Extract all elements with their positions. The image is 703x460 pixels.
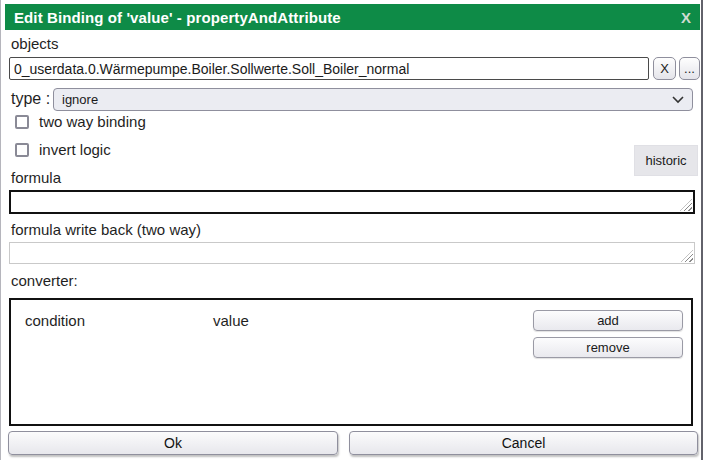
converter-column-condition: condition — [25, 312, 85, 329]
write-back-resize-handle[interactable] — [681, 250, 693, 262]
edit-binding-dialog: Edit Binding of 'value' - propertyAndAtt… — [0, 0, 703, 460]
formula-resize-handle[interactable] — [680, 199, 692, 211]
clear-object-button[interactable]: X — [653, 57, 676, 80]
type-label: type : — [11, 90, 50, 108]
two-way-binding-label: two way binding — [39, 113, 146, 130]
select-object-button[interactable]: ... — [679, 57, 700, 80]
type-selected-value: ignore — [62, 92, 98, 107]
invert-logic-checkbox[interactable] — [15, 143, 29, 157]
dialog-title: Edit Binding of 'value' - propertyAndAtt… — [14, 9, 341, 26]
add-converter-button[interactable]: add — [533, 310, 683, 331]
objects-label: objects — [11, 35, 59, 52]
formula-editor[interactable]: _0 + ' °C' — [9, 190, 695, 214]
cancel-button[interactable]: Cancel — [349, 431, 698, 455]
converter-column-value: value — [213, 312, 249, 329]
formula-write-back-input[interactable] — [9, 242, 695, 264]
type-select[interactable]: ignore — [53, 88, 693, 111]
converter-label: converter: — [11, 272, 78, 289]
chevron-down-icon — [672, 96, 684, 104]
converter-table: condition value add remove — [9, 298, 693, 426]
formula-write-back-label: formula write back (two way) — [11, 221, 201, 238]
historic-button[interactable]: historic — [634, 145, 698, 176]
close-icon[interactable]: X — [681, 10, 691, 25]
ok-button[interactable]: Ok — [8, 431, 338, 455]
objects-input[interactable] — [9, 57, 649, 80]
remove-converter-button[interactable]: remove — [533, 337, 683, 358]
dialog-titlebar[interactable]: Edit Binding of 'value' - propertyAndAtt… — [5, 4, 700, 30]
formula-label: formula — [11, 169, 61, 186]
invert-logic-label: invert logic — [39, 141, 111, 158]
two-way-binding-checkbox[interactable] — [15, 115, 29, 129]
